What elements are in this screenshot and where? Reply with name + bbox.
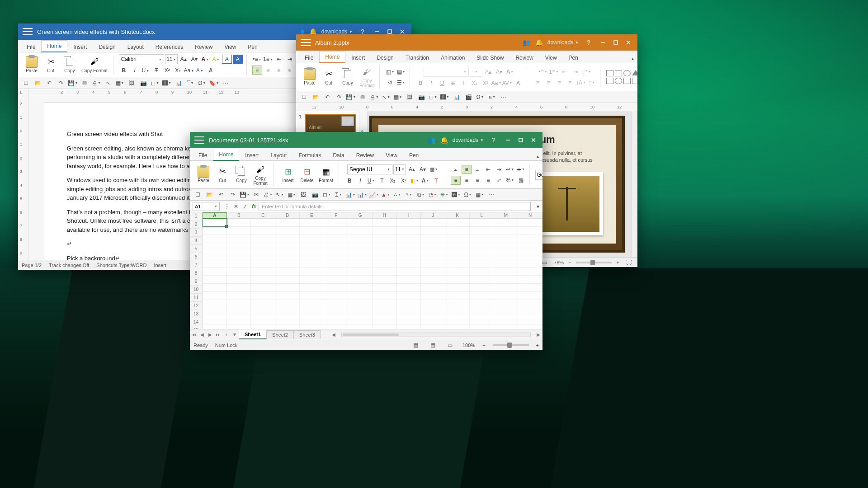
cell[interactable] [251, 243, 275, 251]
namebox-more-icon[interactable]: ⋮ [222, 203, 231, 210]
symbol-icon[interactable]: Ω [197, 79, 207, 88]
cell[interactable] [324, 300, 349, 308]
camera-icon[interactable]: 📷 [416, 93, 426, 102]
cell[interactable] [300, 267, 324, 276]
grow-font-button[interactable]: A▴ [179, 55, 189, 64]
strike-button[interactable]: T [377, 176, 387, 185]
char-border-button[interactable]: A [222, 55, 232, 64]
name-box[interactable]: A1 [193, 202, 220, 211]
sheet-tab[interactable]: Sheet1 [239, 330, 267, 339]
col-header[interactable]: E [300, 212, 324, 218]
col-header[interactable]: K [445, 212, 470, 218]
italic-button[interactable]: I [355, 176, 365, 185]
row-header[interactable]: 2 [190, 221, 202, 229]
cell[interactable] [227, 300, 251, 308]
cell[interactable] [227, 284, 251, 292]
font-size-input[interactable]: 11 [393, 164, 406, 174]
cell[interactable] [397, 219, 421, 227]
tab-references[interactable]: References [150, 41, 189, 52]
cell[interactable] [275, 300, 300, 308]
save-icon[interactable]: 💾 [240, 190, 250, 199]
italic-button[interactable]: I [130, 66, 140, 75]
cell[interactable] [421, 251, 445, 259]
tab-design[interactable]: Design [371, 52, 399, 63]
align-justify-button[interactable]: ≡ [483, 176, 493, 185]
strike-button[interactable]: T [151, 66, 161, 75]
cell[interactable] [324, 276, 349, 284]
shapes-icon[interactable]: ◻ [428, 93, 438, 102]
undo-icon[interactable]: ↶ [44, 79, 54, 88]
sheet-tab[interactable]: Sheet3 [293, 330, 321, 339]
cell[interactable] [348, 235, 373, 243]
cell[interactable] [445, 292, 470, 300]
save-icon[interactable]: 💾 [346, 93, 356, 102]
shrink-font-button[interactable]: A▾ [418, 165, 428, 174]
numbering-button[interactable]: 1≡ [549, 67, 559, 76]
cell[interactable] [397, 284, 421, 292]
shapes-gallery[interactable] [604, 70, 637, 84]
row-header[interactable]: 5 [190, 245, 202, 253]
cell[interactable] [397, 300, 421, 308]
row-header[interactable]: 11 [190, 294, 202, 302]
tab-design[interactable]: Design [93, 41, 121, 52]
row-header[interactable]: 12 [190, 302, 202, 310]
tab-file[interactable]: File [21, 41, 41, 52]
cell[interactable] [300, 308, 324, 316]
camera-icon[interactable]: 📷 [138, 79, 148, 88]
align-justify-button[interactable]: ≡ [565, 78, 575, 87]
tab-formulas[interactable]: Formulas [292, 150, 327, 161]
tab-animation[interactable]: Animation [435, 52, 471, 63]
format-cells-button[interactable]: ▦Format [317, 165, 335, 184]
select-all-icon[interactable]: ☐ [193, 190, 203, 199]
downloads-menu[interactable]: downloads [321, 28, 353, 35]
open-icon[interactable]: 📂 [311, 93, 321, 102]
cell[interactable] [494, 284, 519, 292]
change-case-button[interactable]: Aa [184, 66, 194, 75]
cell[interactable] [494, 324, 519, 329]
copy-button[interactable]: Copy [232, 165, 250, 184]
chart-radar-icon[interactable]: ✳ [439, 190, 449, 199]
tab-view[interactable]: View [219, 41, 242, 52]
cell[interactable] [518, 219, 542, 227]
cell[interactable] [227, 243, 251, 251]
cell[interactable] [373, 316, 397, 324]
cell[interactable] [227, 308, 251, 316]
cell[interactable] [324, 243, 349, 251]
cell[interactable] [227, 324, 251, 329]
cell[interactable] [324, 227, 349, 235]
cell[interactable] [518, 284, 542, 292]
redo-icon[interactable]: ↷ [228, 190, 238, 199]
italic-button[interactable]: I [426, 79, 436, 88]
cell[interactable] [494, 243, 519, 251]
sheet-nav-first-icon[interactable]: ⏮ [190, 332, 198, 337]
align-middle-button[interactable]: ≡ [462, 165, 472, 174]
cell[interactable] [445, 267, 470, 276]
camera-icon[interactable]: 📷 [310, 190, 320, 199]
cell[interactable] [275, 219, 300, 227]
subscript-button[interactable]: X₂ [470, 79, 480, 88]
grow-font-button[interactable]: A▴ [407, 165, 417, 174]
wrap-text-button[interactable]: ↩ [505, 165, 515, 174]
cell[interactable] [203, 276, 227, 284]
outdent-button[interactable]: ⇤ [560, 67, 570, 76]
symbol-icon[interactable]: Ω [463, 190, 473, 199]
cell[interactable] [300, 251, 324, 259]
hamburger-icon[interactable] [301, 39, 311, 46]
print-icon[interactable]: 🖨 [91, 79, 101, 88]
share-icon[interactable]: 👥 [427, 136, 436, 145]
underline-button[interactable]: U [141, 66, 151, 75]
col-header[interactable]: C [251, 212, 276, 218]
cell[interactable] [445, 308, 470, 316]
indent-button[interactable]: ⇥ [571, 67, 580, 76]
merge-button[interactable]: ⬌ [516, 165, 526, 174]
cell[interactable] [445, 219, 470, 227]
align-bottom-button[interactable]: ⫠ [472, 165, 482, 174]
cell[interactable] [518, 292, 542, 300]
cell[interactable] [203, 324, 227, 329]
orientation-button[interactable]: ⤢ [494, 176, 504, 185]
textbox-icon[interactable]: 🅰 [162, 79, 172, 88]
row-header[interactable]: 4 [190, 237, 202, 245]
cell[interactable] [494, 235, 519, 243]
textbox-icon[interactable]: 🅰 [440, 93, 450, 102]
align-justify-button[interactable]: ≡ [285, 66, 295, 75]
